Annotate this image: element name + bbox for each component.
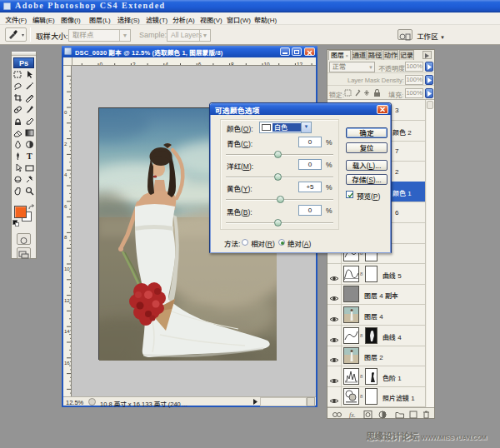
svg-text:fx.: fx. xyxy=(349,411,356,419)
svg-text:2: 2 xyxy=(64,142,68,147)
svg-text:16: 16 xyxy=(64,361,70,366)
svg-text:T: T xyxy=(27,152,32,161)
svg-text:12: 12 xyxy=(64,298,70,303)
svg-text:10: 10 xyxy=(64,266,70,271)
svg-text:0: 0 xyxy=(64,110,68,115)
svg-text:8: 8 xyxy=(64,235,68,240)
svg-text:6: 6 xyxy=(64,204,68,209)
svg-text:4: 4 xyxy=(64,172,68,177)
svg-text:14: 14 xyxy=(64,329,70,334)
